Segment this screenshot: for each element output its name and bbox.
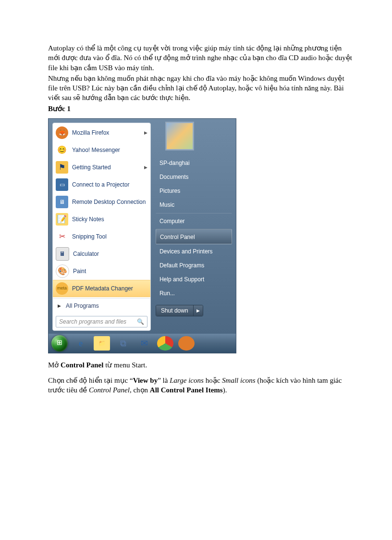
step-heading: Bước 1 — [48, 104, 354, 113]
calculator-icon: 🖩 — [56, 247, 69, 261]
program-item-yahoo-messenger[interactable]: 😊Yahoo! Messenger — [53, 141, 150, 159]
right-item-help-and-support[interactable]: Help and Support — [156, 273, 232, 286]
right-item-computer[interactable]: Computer — [156, 213, 232, 228]
instruction-line-1: Mở Control Panel từ menu Start. — [48, 360, 354, 370]
taskbar-explorer-icon[interactable]: 📁 — [94, 336, 110, 351]
program-label: Snipping Tool — [72, 233, 147, 240]
program-label: Connect to a Projector — [72, 181, 147, 188]
all-programs-button[interactable]: All Programs — [53, 298, 150, 313]
intro-paragraph-2: Nhưng nếu bạn không muốn phát nhạc ngay … — [48, 74, 354, 103]
taskbar-ie-icon[interactable]: e — [73, 336, 89, 351]
taskbar-thunderbird-icon[interactable]: ✉ — [136, 336, 152, 351]
user-picture[interactable] — [166, 123, 193, 150]
program-label: Calculator — [73, 250, 147, 258]
program-label: Paint — [73, 267, 147, 275]
pdf-meta-icon: meta — [56, 282, 68, 295]
shutdown-label: Shut down — [156, 305, 193, 316]
projector-icon: ▭ — [56, 178, 68, 191]
username-item[interactable]: SP-danghai — [156, 156, 232, 170]
right-item-control-panel[interactable]: Control Panel — [156, 229, 232, 244]
taskbar-openoffice-icon[interactable]: ⧉ — [115, 336, 131, 351]
right-item-pictures[interactable]: Pictures — [156, 184, 232, 198]
submenu-arrow-icon: ▶ — [144, 164, 147, 170]
instruction-line-2: Chọn chế độ hiển tại mục “View by” là La… — [48, 376, 354, 395]
start-menu-figure: 🦊Mozilla Firefox▶😊Yahoo! Messenger⚑Getti… — [48, 118, 236, 353]
right-item-default-programs[interactable]: Default Programs — [156, 259, 232, 272]
document-page: Autoplay có thể là một công cụ tuyệt vời… — [0, 0, 392, 395]
program-item-connect-to-a-projector[interactable]: ▭Connect to a Projector — [53, 176, 150, 193]
all-programs-label: All Programs — [66, 302, 99, 310]
taskbar: ⊞e📁⧉✉ — [49, 334, 236, 353]
program-label: PDF Metadata Changer — [72, 285, 147, 292]
search-input[interactable]: Search programs and files 🔍 — [56, 316, 147, 327]
program-item-mozilla-firefox[interactable]: 🦊Mozilla Firefox▶ — [53, 124, 150, 141]
program-label: Getting Started — [72, 163, 144, 171]
submenu-arrow-icon: ▶ — [144, 130, 147, 136]
shutdown-arrow-icon[interactable]: ▶ — [193, 305, 203, 316]
taskbar-chrome-icon[interactable] — [157, 336, 173, 351]
taskbar-firefox-icon[interactable] — [178, 336, 195, 351]
getting-started-icon: ⚑ — [56, 161, 68, 174]
intro-paragraph-1: Autoplay có thể là một công cụ tuyệt vời… — [48, 43, 354, 73]
start-orb[interactable]: ⊞ — [51, 335, 68, 352]
right-item-music[interactable]: Music — [156, 198, 232, 212]
snipping-icon: ✂ — [56, 230, 68, 243]
start-menu-right-pane: SP-danghai DocumentsPicturesMusicCompute… — [151, 123, 232, 331]
program-label: Mozilla Firefox — [72, 129, 144, 137]
program-item-calculator[interactable]: 🖩Calculator — [53, 245, 150, 263]
program-item-paint[interactable]: 🎨Paint — [53, 263, 150, 280]
firefox-icon: 🦊 — [56, 126, 68, 139]
program-label: Remote Desktop Connection — [72, 198, 147, 206]
shutdown-button[interactable]: Shut down ▶ — [156, 305, 203, 316]
program-list: 🦊Mozilla Firefox▶😊Yahoo! Messenger⚑Getti… — [53, 123, 150, 298]
program-item-snipping-tool[interactable]: ✂Snipping Tool — [53, 228, 150, 245]
username-label: SP-danghai — [159, 160, 190, 166]
right-item-run-[interactable]: Run... — [156, 287, 232, 300]
start-menu-left-pane: 🦊Mozilla Firefox▶😊Yahoo! Messenger⚑Getti… — [52, 123, 151, 331]
right-item-devices-and-printers[interactable]: Devices and Printers — [156, 245, 232, 258]
search-icon: 🔍 — [137, 318, 144, 326]
program-label: Yahoo! Messenger — [72, 146, 147, 154]
yahoo-icon: 😊 — [56, 144, 68, 156]
program-label: Sticky Notes — [72, 215, 147, 223]
instructions: Mở Control Panel từ menu Start. Chọn chế… — [48, 360, 354, 395]
search-placeholder: Search programs and files — [59, 318, 137, 326]
program-item-getting-started[interactable]: ⚑Getting Started▶ — [53, 159, 150, 176]
program-item-sticky-notes[interactable]: 📝Sticky Notes — [53, 211, 150, 228]
program-item-remote-desktop-connection[interactable]: 🖥Remote Desktop Connection — [53, 193, 150, 211]
paint-icon: 🎨 — [56, 264, 69, 278]
right-item-documents[interactable]: Documents — [156, 170, 232, 184]
sticky-notes-icon: 📝 — [56, 213, 68, 226]
remote-desktop-icon: 🖥 — [56, 196, 68, 208]
program-item-pdf-metadata-changer[interactable]: metaPDF Metadata Changer — [53, 280, 150, 297]
